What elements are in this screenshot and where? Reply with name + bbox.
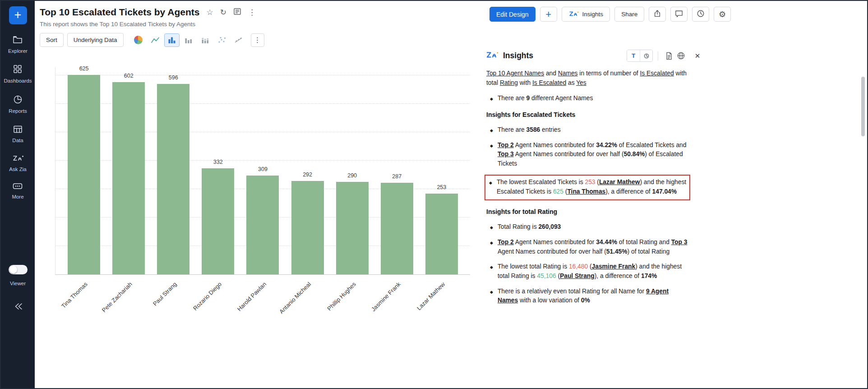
combo-chart-type-icon[interactable] [231, 33, 246, 47]
globe-icon[interactable] [675, 50, 687, 62]
sidebar-item-ask-zia[interactable]: Ask Zia [9, 154, 26, 172]
line-chart-type-icon[interactable] [148, 33, 163, 47]
header-actions: Edit Design + Insights Share ⚙ [489, 7, 731, 22]
sidebar-item-dashboards[interactable]: Dashboards [4, 65, 32, 83]
insight-text-segment: Agent Names contributed for over half ( [514, 151, 624, 157]
bar-group[interactable]: 290Phillip Hughes [336, 67, 369, 274]
scatter-chart-type-icon[interactable] [214, 33, 230, 47]
insight-link[interactable]: Jasmine Frank [592, 263, 636, 270]
history-button[interactable] [692, 7, 709, 22]
insight-text-segment: There is a relatively even total Rating … [498, 288, 646, 295]
bullet-marker: ◆ [490, 143, 493, 169]
x-axis-label: Jasmine Frank [369, 281, 402, 313]
edit-design-label: Edit Design [496, 11, 529, 18]
collapse-sidebar-icon[interactable] [13, 302, 23, 312]
create-new-button[interactable]: + [9, 6, 27, 24]
underlying-data-button[interactable]: Underlying Data [67, 33, 124, 47]
insight-text-segment: 147.04% [652, 188, 677, 195]
column-chart-type-icon[interactable] [181, 33, 196, 47]
bar-group[interactable]: 596Paul Strang [157, 67, 189, 274]
pie-chart-type-icon[interactable] [131, 33, 146, 47]
insight-link[interactable]: Tina Thomas [567, 188, 605, 195]
save-icon[interactable] [233, 8, 241, 17]
insight-text-segment: 16,480 [569, 263, 588, 270]
bullet-marker: ◆ [490, 128, 493, 135]
refresh-icon[interactable]: ↻ [220, 9, 226, 16]
bar-group[interactable]: 625Tina Thomas [68, 67, 100, 274]
insight-link[interactable]: Names [558, 70, 578, 77]
edit-design-button[interactable]: Edit Design [489, 7, 536, 22]
share-button[interactable]: Share [614, 7, 644, 22]
insight-text-segment: 51.45% [606, 248, 628, 255]
sidebar-item-label: Dashboards [4, 78, 32, 84]
insights-button[interactable]: Insights [562, 7, 610, 22]
text-view-button[interactable]: T [627, 50, 640, 61]
insight-link[interactable]: Top 3 [498, 151, 514, 157]
sidebar-item-data[interactable]: Data [12, 125, 23, 144]
more-options-icon[interactable]: ⋮ [248, 9, 256, 16]
add-button[interactable]: + [540, 7, 557, 22]
sidebar-item-more[interactable]: More [12, 183, 23, 199]
insight-bullet-text: The lowest Escalated Tickets is 253 (Laz… [497, 178, 687, 196]
bar-chart-type-icon-selected[interactable] [164, 33, 180, 47]
comments-button[interactable] [670, 7, 688, 22]
insight-bullet: ◆Total Rating is 260,093 [486, 222, 690, 232]
bar-group[interactable]: 287Jasmine Frank [381, 67, 413, 274]
insight-link[interactable]: Paul Strang [560, 273, 595, 279]
viewer-mode-toggle[interactable] [9, 265, 28, 274]
bar[interactable] [425, 194, 458, 274]
insight-bullet-text: Top 2 Agent Names contributed for 34.44%… [498, 238, 690, 256]
bar[interactable] [202, 168, 234, 274]
chart-view-button[interactable] [640, 50, 652, 61]
comment-icon [675, 10, 683, 19]
export-icon [653, 9, 661, 19]
close-icon[interactable]: ✕ [692, 52, 703, 60]
settings-button[interactable]: ⚙ [714, 7, 731, 22]
insight-link[interactable]: Is Escalated [532, 79, 566, 86]
insight-link[interactable]: Top 2 [498, 239, 514, 245]
insight-link[interactable]: Lazar Mathew [599, 179, 640, 185]
bar[interactable] [112, 82, 145, 274]
zia-icon [568, 10, 579, 19]
bar[interactable] [246, 176, 279, 274]
text-view-icon: T [632, 52, 635, 59]
insight-text-segment: Agent Names contributed for over half ( [498, 248, 606, 255]
sort-button[interactable]: Sort [40, 33, 64, 47]
favorite-star-icon[interactable]: ☆ [206, 9, 213, 16]
insight-text-segment: entries [540, 126, 560, 133]
gear-icon: ⚙ [719, 10, 726, 19]
bullet-marker: ◆ [490, 240, 493, 256]
bar[interactable] [157, 84, 189, 274]
bar-group[interactable]: 292Antanio Micheal [291, 67, 324, 274]
bar-value-label: 253 [421, 184, 462, 190]
stacked-bar-chart-type-icon[interactable] [198, 33, 213, 47]
bar-value-label: 596 [152, 74, 194, 81]
document-icon[interactable] [663, 50, 675, 62]
insight-link[interactable]: Top 2 [498, 142, 514, 148]
vertical-scrollbar[interactable] [861, 73, 865, 319]
x-axis-label: Antanio Micheal [278, 281, 312, 315]
toolbar-more-icon[interactable]: ⋮ [251, 33, 264, 47]
scrollbar-thumb[interactable] [861, 77, 865, 136]
insight-bullet-text: Total Rating is 260,093 [498, 222, 690, 232]
insight-text-segment: and [544, 70, 558, 77]
bar-group[interactable]: 309Harold Pawlan [246, 67, 279, 274]
bar[interactable] [381, 183, 413, 274]
bar[interactable] [68, 75, 100, 274]
insight-link[interactable]: Yes [576, 79, 586, 86]
sidebar-item-reports[interactable]: Reports [9, 95, 27, 114]
insight-link[interactable]: Is Escalated [640, 70, 674, 77]
bar-group[interactable]: 332Rozario Diego [202, 67, 234, 274]
sidebar-item-explorer[interactable]: Explorer [8, 35, 28, 54]
insight-text-segment: 45,106 [537, 273, 556, 279]
insight-link[interactable]: Rating [500, 79, 518, 86]
insight-link[interactable]: Top 3 [671, 239, 688, 245]
bar[interactable] [336, 182, 369, 274]
insights-panel-title: Insights [503, 51, 533, 60]
plus-icon: + [545, 9, 551, 20]
bar-group[interactable]: 602Pete Zachariah [112, 67, 145, 274]
bar-group[interactable]: 253Lazar Mathew [425, 67, 458, 274]
insight-link[interactable]: Top 10 Agent Names [486, 70, 544, 77]
export-button[interactable] [649, 7, 666, 22]
bar[interactable] [291, 181, 324, 274]
